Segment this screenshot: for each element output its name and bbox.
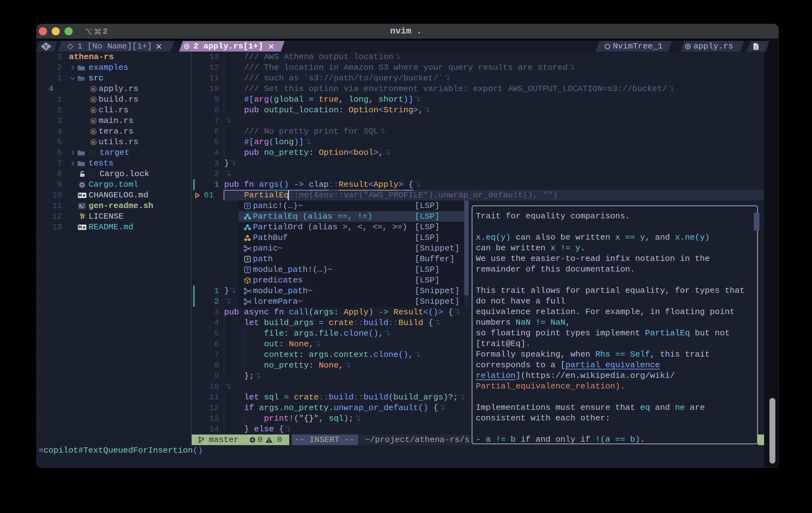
svg-text:R: R — [92, 140, 95, 145]
svg-text:?: ? — [246, 204, 249, 209]
svg-text:R: R — [92, 129, 95, 134]
svg-text:?: ? — [246, 257, 249, 262]
svg-text:R: R — [92, 87, 95, 91]
svg-text:R: R — [92, 97, 95, 102]
svg-text:?: ? — [246, 268, 249, 273]
svg-text:R: R — [92, 108, 95, 113]
svg-text:V: V — [44, 43, 48, 50]
svg-text:R: R — [92, 119, 95, 123]
